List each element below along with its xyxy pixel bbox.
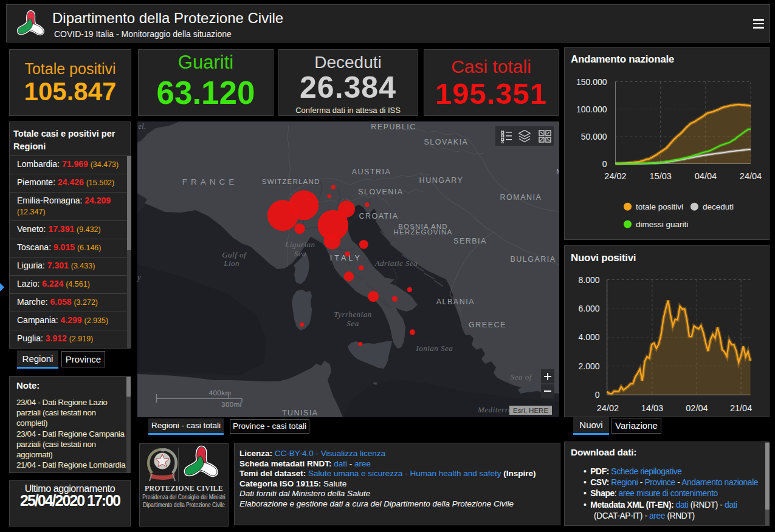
svg-text:Gulf of: Gulf of: [222, 250, 247, 259]
svg-text:AUSTRIA: AUSTRIA: [352, 168, 391, 176]
svg-text:REPUBLIC: REPUBLIC: [371, 123, 416, 131]
svg-text:100.000: 100.000: [576, 104, 607, 114]
svg-text:24/02: 24/02: [597, 403, 619, 413]
svg-text:HUNGARY: HUNGARY: [419, 176, 464, 185]
svg-text:Esri, HERE: Esri, HERE: [513, 407, 548, 414]
svg-text:14/03: 14/03: [641, 403, 663, 413]
svg-text:6.000: 6.000: [578, 304, 599, 313]
svg-text:ALBANIA: ALBANIA: [436, 298, 475, 306]
svg-text:Adriatic Sea: Adriatic Sea: [374, 259, 418, 268]
svg-text:24/04: 24/04: [740, 171, 762, 181]
svg-text:02/04: 02/04: [686, 403, 708, 413]
svg-text:400km: 400km: [208, 389, 231, 397]
svg-text:300mi: 300mi: [221, 401, 242, 408]
svg-text:dimessi guariti: dimessi guariti: [636, 220, 688, 229]
svg-text:TUNISIA: TUNISIA: [282, 409, 319, 417]
svg-text:Tyrrhenian: Tyrrhenian: [334, 310, 371, 319]
svg-text:y: y: [137, 273, 141, 282]
svg-text:Sea: Sea: [294, 249, 306, 258]
svg-text:SWITZERLAND: SWITZERLAND: [262, 178, 320, 185]
svg-text:deceduti: deceduti: [703, 202, 734, 211]
svg-text:el.: el.: [138, 122, 146, 131]
svg-text:4.000: 4.000: [578, 332, 599, 342]
svg-text:Lion: Lion: [223, 259, 239, 268]
svg-text:0: 0: [595, 390, 600, 400]
svg-text:150.000: 150.000: [576, 77, 607, 87]
svg-text:Ligurian: Ligurian: [284, 240, 315, 249]
svg-text:CROATIA: CROATIA: [359, 212, 398, 220]
svg-text:15/03: 15/03: [650, 171, 672, 181]
svg-text:8.000: 8.000: [578, 275, 599, 285]
svg-text:BULGARIA: BULGARIA: [510, 255, 556, 264]
svg-text:Sea: Sea: [346, 319, 359, 328]
svg-text:2.000: 2.000: [578, 361, 599, 371]
svg-text:HERZEGOVINA: HERZEGOVINA: [394, 228, 453, 236]
svg-text:0: 0: [602, 159, 607, 169]
svg-text:GREECE: GREECE: [469, 321, 506, 329]
svg-text:SLOVAKIA: SLOVAKIA: [424, 138, 469, 146]
svg-text:50.000: 50.000: [581, 132, 607, 142]
svg-text:04/04: 04/04: [695, 171, 717, 181]
svg-text:ROMANIA: ROMANIA: [500, 193, 542, 202]
svg-text:M: M: [556, 168, 559, 176]
svg-text:Sea of: Sea of: [511, 372, 533, 381]
svg-text:SERBIA: SERBIA: [453, 237, 487, 245]
svg-text:totale positivi: totale positivi: [636, 202, 683, 211]
svg-text:SLOVENIA: SLOVENIA: [358, 188, 404, 196]
svg-text:Ionian Sea: Ionian Sea: [415, 344, 453, 353]
svg-text:21/04: 21/04: [730, 403, 752, 413]
svg-text:24/02: 24/02: [604, 171, 626, 181]
svg-text:FRANCE: FRANCE: [182, 177, 238, 186]
